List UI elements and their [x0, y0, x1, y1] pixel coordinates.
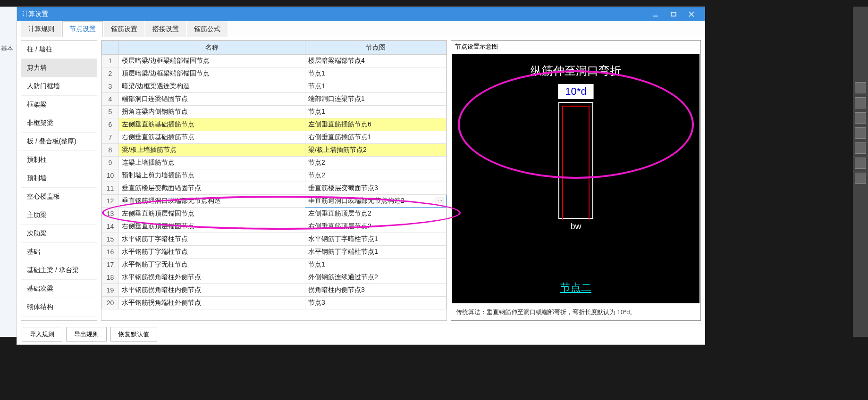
col-header-node: 节点图: [305, 41, 447, 55]
table-row[interactable]: 13左侧垂直筋顶层锚固节点左侧垂直筋顶层节点2: [102, 208, 447, 220]
minimize-button[interactable]: [647, 8, 664, 20]
table-row[interactable]: 2顶层暗梁/边框梁端部锚固节点节点1: [102, 67, 447, 80]
table-row[interactable]: 14右侧垂直筋顶层锚固节点右侧垂直筋顶层节点2: [102, 220, 447, 233]
cell-name[interactable]: 拐角连梁内侧钢筋节点: [119, 106, 305, 118]
table-row[interactable]: 1楼层暗梁/边框梁端部锚固节点楼层暗梁端部节点4: [102, 55, 447, 67]
sidebar-item-1[interactable]: 剪力墙: [21, 59, 97, 77]
cell-name[interactable]: 预制墙上剪力墙插筋节点: [119, 169, 305, 182]
cell-node[interactable]: 梁/板上墙插筋节点2: [305, 144, 447, 157]
table-row[interactable]: 18水平钢筋拐角暗柱外侧节点外侧钢筋连续通过节点2: [102, 271, 447, 284]
cell-node[interactable]: 外侧钢筋连续通过节点2: [305, 271, 447, 284]
export-rules-button[interactable]: 导出规则: [66, 327, 107, 342]
sidebar-item-7[interactable]: 预制墙: [21, 169, 97, 188]
sidebar-item-3[interactable]: 框架梁: [21, 96, 97, 114]
table-row[interactable]: 12垂直钢筋遇洞口或端部无节点构造垂直筋遇洞口或端部无节点构造2⋯: [102, 195, 447, 208]
import-rules-button[interactable]: 导入规则: [22, 327, 62, 342]
cell-node[interactable]: 垂直筋遇洞口或端部无节点构造2⋯: [305, 195, 447, 208]
sidebar-item-2[interactable]: 人防门框墙: [21, 77, 97, 96]
cell-node[interactable]: 节点2: [305, 169, 447, 182]
tab-4[interactable]: 箍筋公式: [187, 21, 228, 37]
table-row[interactable]: 10预制墙上剪力墙插筋节点节点2: [102, 169, 447, 182]
table-row[interactable]: 16水平钢筋丁字端柱节点水平钢筋丁字端柱节点1: [102, 246, 447, 258]
cell-name[interactable]: 梁/板上墙插筋节点: [119, 144, 305, 157]
table-row[interactable]: 15水平钢筋丁字暗柱节点水平钢筋丁字暗柱节点1: [102, 233, 447, 246]
sidebar-item-0[interactable]: 柱 / 墙柱: [21, 41, 97, 59]
cell-node[interactable]: 端部洞口连梁节点1: [305, 93, 447, 106]
cell-name[interactable]: 右侧垂直筋基础插筋节点: [119, 131, 305, 144]
sidebar-item-8[interactable]: 空心楼盖板: [21, 188, 97, 206]
table-row[interactable]: 4端部洞口连梁锚固节点端部洞口连梁节点1: [102, 93, 447, 106]
tab-2[interactable]: 箍筋设置: [104, 21, 144, 37]
cell-name[interactable]: 水平钢筋拐角端柱外侧节点: [119, 297, 305, 309]
cell-node[interactable]: 水平钢筋丁字端柱节点1: [305, 246, 447, 258]
cell-node[interactable]: 节点1: [305, 67, 447, 80]
table-row[interactable]: 6左侧垂直筋基础插筋节点左侧垂直筋插筋节点6: [102, 118, 447, 131]
sidebar-item-13[interactable]: 基础次梁: [21, 280, 97, 298]
sidebar-item-12[interactable]: 基础主梁 / 承台梁: [21, 261, 97, 280]
right-tool-icon[interactable]: [855, 112, 866, 124]
cell-node[interactable]: 节点1: [305, 80, 447, 93]
table-row[interactable]: 17水平钢筋丁字无柱节点节点1: [102, 258, 447, 271]
cell-node[interactable]: 右侧垂直筋插筋节点1: [305, 131, 447, 144]
cell-node[interactable]: 节点2: [305, 157, 447, 169]
sidebar-item-11[interactable]: 基础: [21, 243, 97, 261]
cell-node[interactable]: 垂直筋楼层变截面节点3: [305, 182, 447, 195]
table-row[interactable]: 20水平钢筋拐角端柱外侧节点节点3: [102, 297, 447, 309]
cell-node[interactable]: 节点1: [305, 106, 447, 118]
cell-node[interactable]: 左侧垂直筋插筋节点6: [305, 118, 447, 131]
table-row[interactable]: 19水平钢筋拐角暗柱内侧节点拐角暗柱内侧节点3: [102, 284, 447, 297]
table-row[interactable]: 11垂直筋楼层变截面锚固节点垂直筋楼层变截面节点3: [102, 182, 447, 195]
sidebar-item-5[interactable]: 板 / 叠合板(整厚): [21, 133, 97, 151]
close-button[interactable]: [683, 8, 700, 20]
tab-1[interactable]: 节点设置: [62, 21, 103, 37]
cell-node[interactable]: 右侧垂直筋顶层节点2: [305, 220, 447, 233]
tab-0[interactable]: 计算规则: [21, 21, 61, 37]
cell-node[interactable]: 楼层暗梁端部节点4: [305, 55, 447, 67]
row-number: 5: [102, 106, 119, 118]
sidebar-item-4[interactable]: 非框架梁: [21, 114, 97, 133]
cell-name[interactable]: 水平钢筋丁字暗柱节点: [119, 233, 305, 246]
cell-node[interactable]: 节点1: [305, 258, 447, 271]
cell-name[interactable]: 连梁上墙插筋节点: [119, 157, 305, 169]
diagram-node-label[interactable]: 节点二: [560, 281, 591, 295]
sidebar-item-10[interactable]: 次肋梁: [21, 225, 97, 243]
cell-name[interactable]: 水平钢筋拐角暗柱内侧节点: [119, 284, 305, 297]
cell-node[interactable]: 拐角暗柱内侧节点3: [305, 284, 447, 297]
table-row[interactable]: 9连梁上墙插筋节点节点2: [102, 157, 447, 169]
right-tool-icon[interactable]: [855, 82, 866, 93]
right-tool-icon[interactable]: [855, 97, 866, 108]
cell-name[interactable]: 暗梁/边框梁遇连梁构造: [119, 80, 305, 93]
table-row[interactable]: 5拐角连梁内侧钢筋节点节点1: [102, 106, 447, 118]
maximize-button[interactable]: [665, 8, 682, 20]
cell-node[interactable]: 左侧垂直筋顶层节点2: [305, 208, 447, 220]
cell-name[interactable]: 水平钢筋丁字端柱节点: [119, 246, 305, 258]
cell-name[interactable]: 左侧垂直筋基础插筋节点: [119, 118, 305, 131]
cell-node[interactable]: 水平钢筋丁字暗柱节点1: [305, 233, 447, 246]
sidebar-item-14[interactable]: 砌体结构: [21, 298, 97, 317]
cell-name[interactable]: 顶层暗梁/边框梁端部锚固节点: [119, 67, 305, 80]
table-row[interactable]: 8梁/板上墙插筋节点梁/板上墙插筋节点2: [102, 144, 447, 157]
cell-name[interactable]: 左侧垂直筋顶层锚固节点: [119, 208, 305, 220]
cell-name[interactable]: 垂直筋楼层变截面锚固节点: [119, 182, 305, 195]
right-tool-icon[interactable]: [855, 127, 866, 139]
cell-name[interactable]: 右侧垂直筋顶层锚固节点: [119, 220, 305, 233]
cell-name[interactable]: 楼层暗梁/边框梁端部锚固节点: [119, 55, 305, 67]
sidebar-item-6[interactable]: 预制柱: [21, 151, 97, 169]
cell-name[interactable]: 端部洞口连梁锚固节点: [119, 93, 305, 106]
sidebar-item-9[interactable]: 主肋梁: [21, 206, 97, 225]
cell-more-button[interactable]: ⋯: [436, 198, 444, 204]
tab-3[interactable]: 搭接设置: [145, 21, 186, 37]
restore-defaults-button[interactable]: 恢复默认值: [110, 327, 157, 342]
row-number: 8: [102, 144, 119, 157]
row-number: 6: [102, 118, 119, 131]
right-tool-icon[interactable]: [855, 158, 866, 169]
right-tool-icon[interactable]: [855, 173, 866, 184]
cell-name[interactable]: 水平钢筋丁字无柱节点: [119, 258, 305, 271]
cell-name[interactable]: 垂直钢筋遇洞口或端部无节点构造: [119, 195, 305, 208]
table-row[interactable]: 3暗梁/边框梁遇连梁构造节点1: [102, 80, 447, 93]
cell-name[interactable]: 水平钢筋拐角暗柱外侧节点: [119, 271, 305, 284]
cell-node[interactable]: 节点3: [305, 297, 447, 309]
right-tool-icon[interactable]: [855, 142, 866, 154]
diagram-formula[interactable]: 10*d: [558, 84, 593, 99]
table-row[interactable]: 7右侧垂直筋基础插筋节点右侧垂直筋插筋节点1: [102, 131, 447, 144]
